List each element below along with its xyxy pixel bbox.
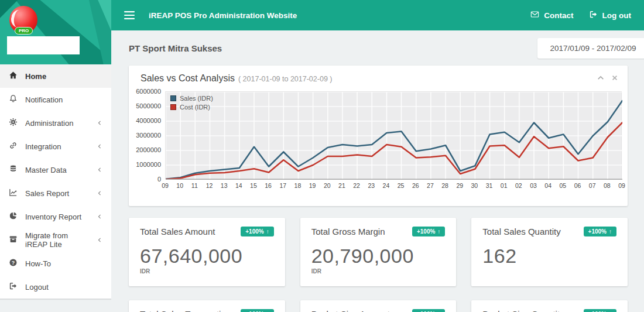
x-axis-label: 15 <box>246 182 261 189</box>
sidebar-item-sales-report[interactable]: Sales Report <box>0 181 111 205</box>
card-title: Total Gross Margin <box>311 227 385 236</box>
sidebar-item-label: Home <box>25 72 46 81</box>
x-axis-label: 16 <box>261 182 275 189</box>
chevron-left-icon <box>97 237 102 243</box>
card-unit: IDR <box>311 268 446 275</box>
x-axis-label: 18 <box>290 182 304 189</box>
sidebar-nav: Home Notification Administration Integra… <box>0 64 111 299</box>
card-title: Total Sales Quantity <box>482 227 560 236</box>
date-range-input[interactable] <box>537 38 644 59</box>
gear-icon <box>9 118 18 128</box>
app-title: iREAP POS Pro Administration Website <box>149 11 297 20</box>
app-window: PRO Home Notification Administration Int… <box>0 0 644 312</box>
x-axis-label: 13 <box>217 182 231 189</box>
link-icon <box>9 141 18 152</box>
contact-link[interactable]: Contact <box>530 10 573 20</box>
sidebar-item-inventory-report[interactable]: Inventory Report <box>0 205 111 228</box>
chevron-left-icon <box>97 120 102 126</box>
sidebar-item-label: How-To <box>25 259 51 268</box>
card-title: Total Sales Amount <box>140 227 215 236</box>
legend-item: Sales (IDR) <box>170 95 213 102</box>
logout-label: Log out <box>602 11 631 20</box>
chevron-left-icon <box>97 167 102 173</box>
x-axis-label: 03 <box>526 182 540 189</box>
x-axis-label: 21 <box>335 182 349 189</box>
sidebar-item-label: Logout <box>25 283 49 292</box>
x-axis-label: 01 <box>497 182 511 189</box>
panel-subtitle: ( 2017-01-09 to 2017-02-09 ) <box>238 75 333 83</box>
card-value: 162 <box>482 245 616 268</box>
sidebar-item-administration[interactable]: Administration <box>0 111 111 135</box>
x-axis-label: 30 <box>467 182 481 189</box>
line-chart-icon <box>9 188 18 198</box>
trend-badge: +100%↑ <box>241 227 273 236</box>
legend-label: Cost (IDR) <box>180 104 210 111</box>
card-title: Basket Size Amount <box>311 309 390 312</box>
card-total-gross-margin: Total Gross Margin +100%↑ 20,790,000 IDR <box>300 218 457 286</box>
chart-legend: Sales (IDR)Cost (IDR) <box>170 95 213 112</box>
sidebar-item-logout[interactable]: Logout <box>0 275 111 299</box>
x-axis-label: 06 <box>571 182 585 189</box>
chart-area: Sales (IDR)Cost (IDR) 600000050000004000… <box>129 91 628 196</box>
top-header-bar: iREAP POS Pro Administration Website Con… <box>111 0 644 30</box>
company-name: PT Sport Mitra Sukses <box>129 43 222 53</box>
card-title: Total Sales Transaction <box>140 309 231 312</box>
top-actions: Contact Log out <box>530 10 631 20</box>
stat-cards-row-2: Total Sales Transaction +100%↑ Basket Si… <box>129 300 628 312</box>
store-name-placeholder <box>7 36 80 54</box>
x-axis-label: 08 <box>600 182 614 189</box>
arrow-up-icon: ↑ <box>609 228 612 235</box>
chevron-left-icon <box>97 190 102 196</box>
x-axis-label: 20 <box>320 182 334 189</box>
chart-svg <box>166 92 622 180</box>
bell-icon <box>9 94 18 105</box>
x-axis-label: 24 <box>379 182 393 189</box>
sidebar-item-master-data[interactable]: Master Data <box>0 158 111 181</box>
x-axis-label: 05 <box>556 182 570 189</box>
trend-badge: +100%↑ <box>412 227 445 236</box>
legend-swatch-icon <box>170 95 176 101</box>
x-axis-label: 10 <box>173 182 187 189</box>
sidebar-item-label: Sales Report <box>25 189 69 198</box>
x-axis-label: 04 <box>541 182 555 189</box>
brand-area: PRO <box>0 0 111 64</box>
x-axis-label: 23 <box>364 182 378 189</box>
card-basket-size-quantity: Basket Size Quantity +100%↑ <box>471 300 628 312</box>
sidebar-item-label: Master Data <box>25 166 67 174</box>
x-axis-label: 31 <box>482 182 496 189</box>
x-axis-label: 09 <box>615 182 629 189</box>
sidebar-item-label: Migrate from iREAP Lite <box>25 231 89 249</box>
hamburger-menu-icon[interactable] <box>124 11 135 19</box>
x-axis-label: 12 <box>202 182 216 189</box>
logout-link[interactable]: Log out <box>589 10 631 20</box>
sidebar-item-notification[interactable]: Notification <box>0 88 111 111</box>
card-total-sales-transaction: Total Sales Transaction +100%↑ <box>129 300 285 312</box>
contact-label: Contact <box>544 11 573 20</box>
sidebar-item-how-to[interactable]: ? How-To <box>0 252 111 275</box>
card-value: 67,640,000 <box>140 245 274 268</box>
card-title: Basket Size Quantity <box>482 309 564 312</box>
collapse-chevron-up-icon[interactable] <box>597 73 604 84</box>
x-axis-label: 22 <box>350 182 364 189</box>
ireap-pro-logo: PRO <box>9 6 37 34</box>
sales-vs-cost-panel: Sales vs Cost Analysis ( 2017-01-09 to 2… <box>129 66 628 206</box>
question-circle-icon: ? <box>9 258 18 269</box>
x-axis-label: 11 <box>187 182 201 189</box>
sidebar-item-integration[interactable]: Integration <box>0 135 111 158</box>
panel-tools <box>597 73 618 84</box>
y-axis-label: 6000000 <box>129 88 161 95</box>
close-icon[interactable] <box>611 73 618 84</box>
home-icon <box>9 71 18 81</box>
trend-badge: +100%↑ <box>584 309 616 312</box>
sidebar-item-migrate[interactable]: Migrate from iREAP Lite <box>0 228 111 252</box>
svg-text:?: ? <box>12 260 15 266</box>
x-axis-label: 17 <box>276 182 290 189</box>
x-axis-label: 07 <box>585 182 600 189</box>
y-axis-label: 3000000 <box>129 132 161 139</box>
x-axis-label: 14 <box>232 182 246 189</box>
pie-chart-icon <box>9 211 18 222</box>
sidebar-item-home[interactable]: Home <box>0 64 111 88</box>
trend-badge: +100%↑ <box>412 309 445 312</box>
y-axis-label: 4000000 <box>129 117 161 124</box>
sidebar: PRO Home Notification Administration Int… <box>0 0 111 312</box>
